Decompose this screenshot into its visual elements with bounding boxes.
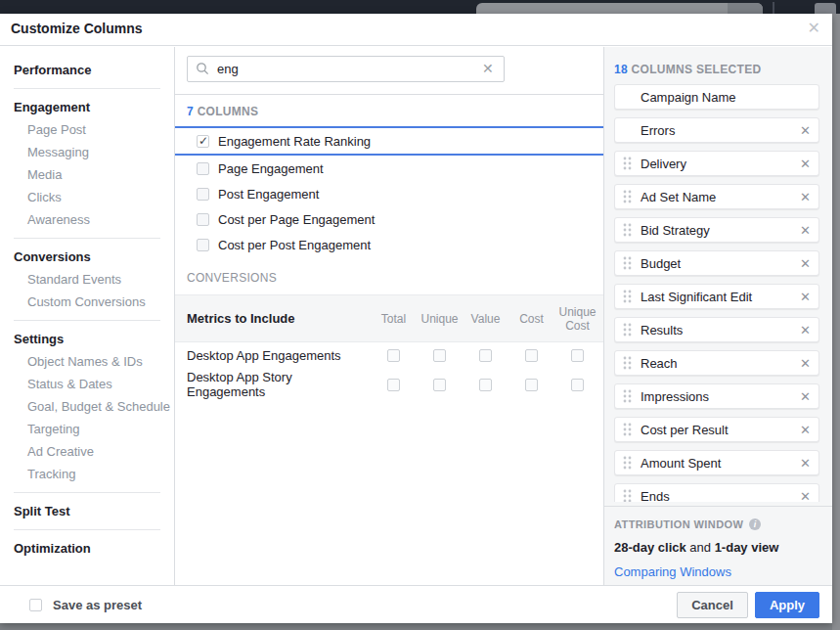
checkbox-unchecked[interactable]: [433, 379, 446, 391]
selected-column-chip[interactable]: Results ✕: [614, 317, 819, 342]
sidebar-item-split-test[interactable]: Split Test: [0, 500, 174, 522]
selected-count-label: COLUMNS SELECTED: [632, 63, 762, 76]
remove-icon[interactable]: ✕: [794, 256, 811, 271]
metrics-table-header: Metrics to Include Total Unique Value Co…: [175, 294, 603, 342]
selected-column-chip[interactable]: Impressions ✕: [614, 383, 819, 409]
column-option-row[interactable]: Post Engagement: [175, 181, 603, 206]
column-option-row[interactable]: Cost per Page Engagement: [175, 206, 603, 232]
col-header-total: Total: [371, 312, 417, 326]
selected-columns-list: Campaign Name ✕ Errors ✕ Delivery ✕ Ad S…: [604, 78, 832, 502]
category-sidebar: Performance Engagement Page Post Messagi…: [0, 47, 174, 599]
sidebar-item-settings[interactable]: Settings: [0, 328, 174, 350]
selected-column-chip[interactable]: Cost per Result ✕: [614, 417, 819, 442]
remove-icon[interactable]: ✕: [794, 456, 811, 471]
sidebar-item-object-names-ids[interactable]: Object Names & IDs: [0, 350, 174, 373]
checkbox-unchecked[interactable]: [29, 599, 42, 611]
remove-icon[interactable]: ✕: [794, 323, 811, 338]
sidebar-item-conversions[interactable]: Conversions: [0, 246, 174, 268]
attribution-view-window: 1-day view: [715, 540, 779, 555]
sidebar-item-ad-creative[interactable]: Ad Creative: [0, 440, 174, 463]
remove-icon[interactable]: ✕: [794, 290, 811, 304]
sidebar-item-tracking[interactable]: Tracking: [0, 463, 174, 485]
remove-icon[interactable]: ✕: [794, 356, 811, 371]
drag-handle-icon[interactable]: [623, 456, 632, 470]
sidebar-item-messaging[interactable]: Messaging: [0, 141, 174, 163]
selected-column-chip[interactable]: Budget ✕: [614, 250, 819, 276]
sidebar-item-optimization[interactable]: Optimization: [0, 537, 174, 560]
apply-button[interactable]: Apply: [755, 592, 819, 618]
drag-handle-icon[interactable]: [623, 489, 632, 502]
sidebar-item-clicks[interactable]: Clicks: [0, 186, 174, 208]
remove-icon[interactable]: ✕: [794, 223, 811, 238]
customize-columns-modal: Customize Columns ✕ Performance Engageme…: [0, 14, 832, 623]
drag-handle-icon[interactable]: [623, 223, 632, 237]
sidebar-item-engagement[interactable]: Engagement: [0, 96, 174, 118]
sidebar-item-custom-conversions[interactable]: Custom Conversions: [0, 291, 174, 313]
drag-handle-icon[interactable]: [623, 389, 632, 403]
search-icon: [196, 62, 209, 75]
checkbox-unchecked[interactable]: [433, 349, 446, 362]
column-option-label: Cost per Post Engagement: [218, 238, 371, 252]
sidebar-item-standard-events[interactable]: Standard Events: [0, 268, 174, 291]
checkbox-checked[interactable]: [197, 135, 209, 148]
checkbox-unchecked[interactable]: [479, 349, 492, 362]
sidebar-item-page-post[interactable]: Page Post: [0, 118, 174, 141]
checkbox-unchecked[interactable]: [479, 379, 492, 391]
metrics-table: Metrics to Include Total Unique Value Co…: [175, 294, 603, 401]
chip-label: Campaign Name: [641, 90, 794, 105]
selected-column-chip[interactable]: Ad Set Name ✕: [614, 184, 819, 209]
divider: [14, 492, 160, 493]
drag-handle-icon[interactable]: [623, 356, 632, 370]
selected-column-chip[interactable]: Delivery ✕: [614, 151, 819, 176]
remove-icon[interactable]: ✕: [794, 123, 811, 138]
checkbox-unchecked[interactable]: [197, 239, 209, 251]
cancel-button[interactable]: Cancel: [677, 592, 748, 618]
remove-icon[interactable]: ✕: [794, 489, 811, 503]
sidebar-item-performance[interactable]: Performance: [0, 59, 174, 81]
selected-count: 18: [614, 63, 628, 76]
selected-column-chip[interactable]: Last Significant Edit ✕: [614, 284, 819, 309]
close-icon[interactable]: ✕: [808, 19, 820, 38]
selected-column-chip[interactable]: Bid Strategy ✕: [614, 217, 819, 243]
checkbox-unchecked[interactable]: [387, 379, 400, 391]
drag-handle-icon[interactable]: [623, 190, 632, 203]
comparing-windows-link[interactable]: Comparing Windows: [614, 564, 822, 579]
checkbox-unchecked[interactable]: [197, 188, 209, 201]
metrics-table-row: Desktop App Engagements: [175, 342, 603, 368]
checkbox-unchecked[interactable]: [571, 379, 584, 391]
selected-column-chip[interactable]: Reach ✕: [614, 350, 819, 376]
column-option-row[interactable]: Engagement Rate Ranking: [175, 126, 603, 156]
search-input[interactable]: [187, 56, 505, 82]
selected-column-chip[interactable]: Campaign Name ✕: [614, 84, 819, 110]
checkbox-unchecked[interactable]: [197, 213, 209, 226]
info-icon[interactable]: i: [749, 518, 761, 530]
sidebar-item-targeting[interactable]: Targeting: [0, 418, 174, 440]
save-as-preset-control[interactable]: Save as preset: [29, 598, 142, 612]
checkbox-unchecked[interactable]: [387, 349, 400, 362]
selected-column-chip[interactable]: Amount Spent ✕: [614, 450, 819, 475]
remove-icon[interactable]: ✕: [794, 190, 811, 204]
column-option-row[interactable]: Page Engagement: [175, 156, 603, 181]
clear-search-icon[interactable]: ✕: [482, 61, 494, 76]
attribution-window-value: 28-day click and 1-day view: [614, 540, 822, 555]
checkbox-unchecked[interactable]: [571, 349, 584, 362]
remove-icon[interactable]: ✕: [794, 389, 811, 404]
checkbox-unchecked[interactable]: [197, 162, 209, 175]
selected-column-chip[interactable]: Errors ✕: [614, 117, 819, 143]
drag-handle-icon[interactable]: [623, 256, 632, 270]
checkbox-unchecked[interactable]: [525, 379, 538, 391]
checkbox-unchecked[interactable]: [525, 349, 538, 362]
remove-icon[interactable]: ✕: [794, 423, 811, 437]
remove-icon[interactable]: ✕: [794, 157, 811, 171]
drag-handle-icon[interactable]: [623, 323, 632, 337]
drag-handle-icon[interactable]: [623, 157, 632, 170]
sidebar-item-goal-budget-schedule[interactable]: Goal, Budget & Schedule: [0, 395, 174, 418]
column-option-row[interactable]: Cost per Post Engagement: [175, 232, 603, 257]
drag-handle-icon[interactable]: [623, 290, 632, 303]
drag-handle-icon[interactable]: [623, 423, 632, 436]
sidebar-item-media[interactable]: Media: [0, 163, 174, 186]
sidebar-item-awareness[interactable]: Awareness: [0, 208, 174, 231]
sidebar-item-status-dates[interactable]: Status & Dates: [0, 373, 174, 395]
selected-column-chip[interactable]: Ends ✕: [614, 483, 819, 502]
selected-columns-panel: 18 COLUMNS SELECTED Campaign Name ✕ Erro…: [604, 47, 832, 599]
